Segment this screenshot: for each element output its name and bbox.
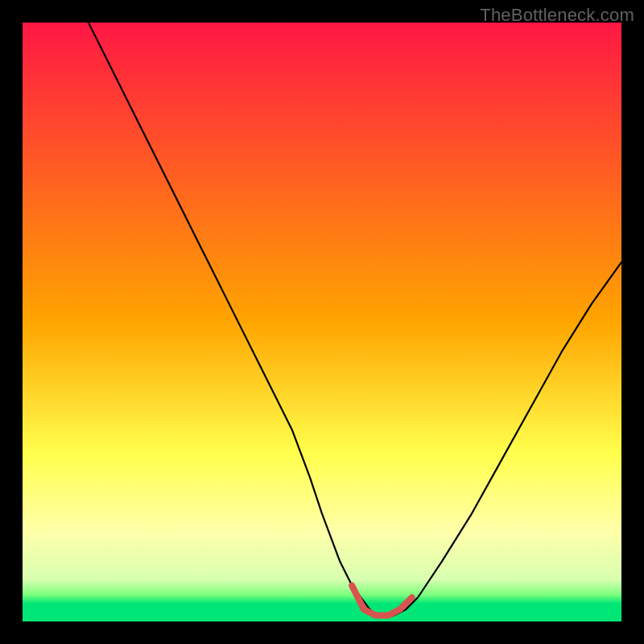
bottleneck-curve xyxy=(89,23,621,616)
curve-overlay xyxy=(23,23,621,621)
chart-frame: TheBottleneck.com xyxy=(0,0,644,644)
optimal-band xyxy=(352,585,411,615)
watermark-text: TheBottleneck.com xyxy=(480,5,634,26)
plot-area xyxy=(23,23,621,621)
